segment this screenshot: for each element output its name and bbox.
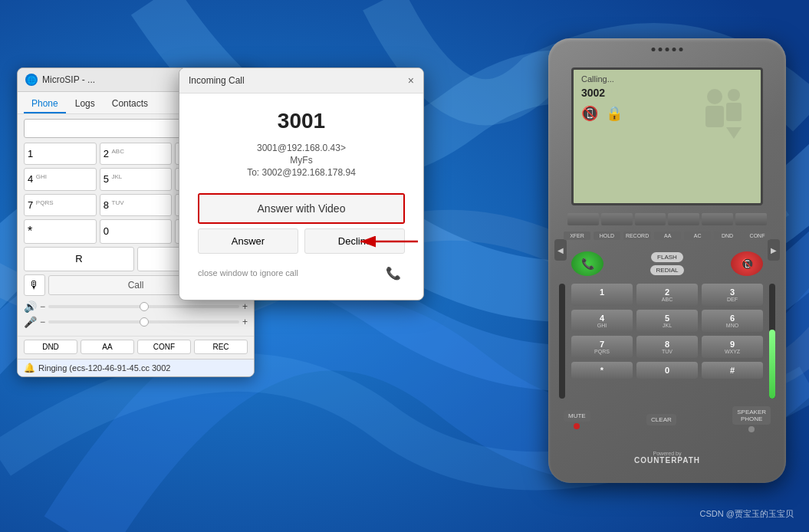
dialog-close-button[interactable]: × [408, 74, 414, 87]
device-key-5[interactable]: 5JKL [636, 310, 698, 332]
mic-increase-btn[interactable]: + [242, 317, 248, 327]
speaker-volume-row: 🔊 − + [24, 300, 248, 313]
device-key-hash[interactable]: # [702, 362, 763, 379]
conf-button[interactable]: CONF [137, 340, 191, 354]
dial-key-r[interactable]: R [24, 247, 134, 271]
device-key-4[interactable]: 4GHI [571, 310, 633, 332]
hang-up-button[interactable]: 📵 [731, 251, 763, 276]
device-key-6[interactable]: 6MNO [702, 310, 763, 332]
powered-by-text: Powered by [634, 451, 700, 456]
hold-button[interactable]: HOLD [594, 232, 620, 240]
dnd-device-button[interactable]: DND [714, 232, 741, 240]
top-dots [652, 48, 683, 51]
function-keys [567, 213, 767, 225]
func-key-4[interactable] [668, 213, 699, 225]
svg-marker-7 [726, 127, 742, 139]
func-key-1[interactable] [567, 213, 599, 225]
dial-key-1[interactable]: 1 [24, 143, 97, 165]
dialog-body: 3001 3001@192.168.0.43> MyFs To: 3002@19… [179, 94, 423, 300]
ac-button[interactable]: AC [684, 232, 711, 240]
device-key-7[interactable]: 7PQRS [571, 336, 633, 358]
counterpath-logo: Powered by COUNTERPATH [634, 451, 700, 465]
caller-name: MyFs [198, 155, 405, 166]
mic-slider[interactable] [48, 320, 239, 323]
feature-row: XFER HOLD RECORD AA AC DND CONF [564, 232, 771, 240]
device-body: ◀ ▶ Calling... 3002 📵 🔒 [548, 38, 786, 483]
caller-to: To: 3002@192.168.178.94 [198, 167, 405, 178]
csdn-watermark: CSDN @贾宝玉的玉宝贝 [700, 508, 794, 520]
answer-call-button[interactable]: 📞 [571, 251, 603, 276]
device-key-star[interactable]: * [571, 362, 633, 379]
screen-people-icon [699, 81, 753, 146]
caller-number: 3001 [198, 109, 405, 133]
flash-button[interactable]: FLASH [651, 252, 683, 262]
dnd-button[interactable]: DND [24, 340, 77, 354]
aa-button[interactable]: AA [81, 340, 134, 354]
device-numpad: 1 2ABC 3DEF 4GHI 5JKL 6MNO 7PQRS 8TUV 9W… [571, 284, 763, 379]
record-button[interactable]: RECORD [623, 232, 651, 240]
dialog-titlebar: Incoming Call × [179, 68, 423, 94]
xfer-button[interactable]: XFER [564, 232, 590, 240]
device-key-0[interactable]: 0 [636, 362, 698, 379]
incoming-call-dialog: Incoming Call × 3001 3001@192.168.0.43> … [179, 67, 424, 300]
func-key-5[interactable] [702, 213, 733, 225]
device-vol-bar-left [559, 284, 565, 399]
dialog-footer: close window to ignore call 📞 [198, 261, 405, 287]
audio-input-btn[interactable]: 🎙 [24, 274, 45, 296]
func-key-2[interactable] [601, 213, 633, 225]
vol-decrease-btn[interactable]: − [40, 301, 45, 312]
microsip-icon: 🌐 [25, 74, 38, 86]
dial-key-4[interactable]: 4 GHI [24, 168, 97, 190]
speaker-indicator [748, 426, 755, 432]
status-bar: 🔔 Ringing (ecs-120-46-91-45.cc 3002 [18, 359, 254, 376]
bottom-buttons: DND AA CONF REC [18, 336, 254, 359]
speaker-phone-button[interactable]: SPEAKERPHONE [732, 406, 771, 425]
device-vol-bar-right [769, 284, 775, 399]
redial-button[interactable]: REDIAL [650, 265, 685, 275]
device-key-3[interactable]: 3DEF [702, 284, 763, 306]
dial-key-star[interactable]: * [24, 219, 97, 244]
answer-video-button[interactable]: Answer with Video [199, 195, 403, 222]
volume-slider[interactable] [48, 305, 239, 308]
svg-rect-6 [726, 103, 742, 121]
phone-settings-btn[interactable]: 📞 [382, 261, 405, 284]
mute-indicator [574, 423, 580, 429]
nav-right-button[interactable]: ▶ [768, 239, 780, 261]
tab-contacts[interactable]: Contacts [104, 95, 156, 113]
caller-sip: 3001@192.168.0.43> [198, 143, 405, 153]
func-key-6[interactable] [735, 213, 767, 225]
mic-icon: 🎤 [24, 316, 37, 328]
answer-button[interactable]: Answer [198, 228, 298, 254]
decline-button[interactable]: Decline [304, 228, 405, 254]
device-key-1[interactable]: 1 [571, 284, 633, 306]
device-key-9[interactable]: 9WXYZ [702, 336, 763, 358]
device-key-2[interactable]: 2ABC [636, 284, 698, 306]
mic-volume-row: 🎤 − + [24, 316, 248, 328]
func-key-3[interactable] [635, 213, 666, 225]
ringing-icon: 🔔 [24, 363, 35, 373]
device-key-8[interactable]: 8TUV [636, 336, 698, 358]
microsip-title: MicroSIP - ... [42, 74, 95, 85]
dial-key-7[interactable]: 7 PQRS [24, 194, 97, 216]
tab-logs[interactable]: Logs [67, 95, 103, 113]
device-bottom-controls: MUTE CLEAR SPEAKERPHONE [564, 406, 771, 437]
svg-point-3 [707, 89, 722, 104]
phone-device: ◀ ▶ Calling... 3002 📵 🔒 [548, 38, 786, 483]
brand-name: COUNTERPATH [634, 456, 700, 465]
vol-increase-btn[interactable]: + [242, 301, 248, 312]
mic-decrease-btn[interactable]: − [40, 317, 45, 327]
dial-key-8[interactable]: 8 TUV [100, 194, 173, 216]
aa-device-button[interactable]: AA [654, 232, 681, 240]
clear-button[interactable]: CLEAR [646, 414, 676, 425]
rec-button[interactable]: REC [194, 340, 248, 354]
dial-key-2[interactable]: 2 ABC [100, 143, 173, 165]
dial-key-5[interactable]: 5 JKL [100, 168, 173, 190]
mute-button[interactable]: MUTE [564, 410, 590, 422]
action-buttons-row: Answer Decline [198, 228, 405, 254]
answer-hang-row: 📞 FLASH REDIAL 📵 [571, 251, 763, 276]
conf-device-button[interactable]: CONF [744, 232, 771, 240]
ignore-text: close window to ignore call [198, 268, 298, 277]
tab-phone[interactable]: Phone [24, 95, 66, 113]
dial-key-0[interactable]: 0 [100, 219, 173, 244]
nav-left-button[interactable]: ◀ [554, 239, 567, 261]
